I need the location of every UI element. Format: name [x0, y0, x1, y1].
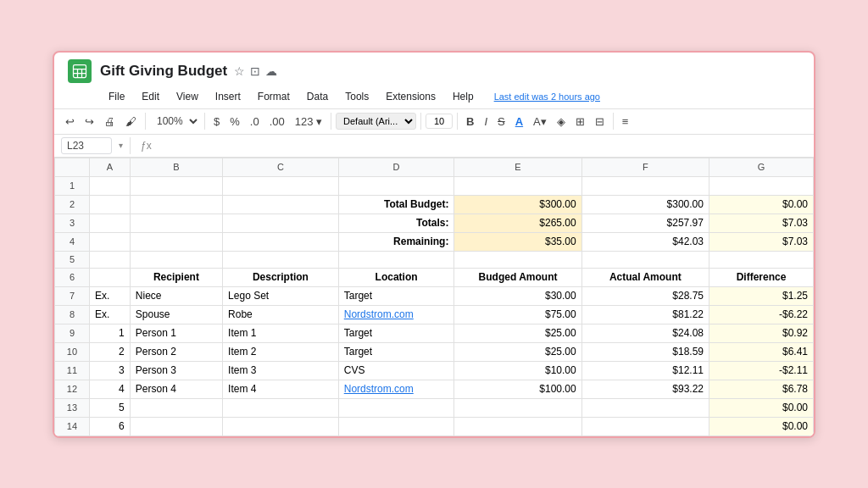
cell-b2[interactable] — [130, 195, 222, 214]
cell-c7[interactable]: Lego Set — [223, 286, 339, 305]
bold-button[interactable]: B — [462, 113, 478, 130]
font-size-input[interactable] — [426, 114, 453, 129]
col-header-b[interactable]: B — [130, 158, 222, 176]
cell-a12[interactable]: 4 — [89, 380, 130, 398]
menu-help[interactable]: Help — [446, 88, 481, 105]
cell-g3[interactable]: $7.03 — [709, 214, 813, 232]
cell-f14[interactable] — [581, 417, 709, 435]
fill-color-button[interactable]: ◈ — [553, 113, 570, 130]
star-icon[interactable]: ☆ — [234, 64, 245, 78]
last-edit-label[interactable]: Last edit was 2 hours ago — [494, 92, 600, 102]
col-header-e[interactable]: E — [454, 158, 581, 176]
cell-c14[interactable] — [223, 417, 339, 435]
cell-f9[interactable]: $24.08 — [581, 324, 709, 342]
cell-c2[interactable] — [223, 195, 339, 214]
cell-e1[interactable] — [454, 176, 581, 195]
cell-e7[interactable]: $30.00 — [454, 286, 581, 305]
borders-button[interactable]: ⊞ — [571, 113, 589, 130]
cell-b1[interactable] — [130, 176, 222, 195]
text-color-button[interactable]: A▾ — [529, 113, 551, 130]
cell-d7[interactable]: Target — [338, 286, 454, 305]
cell-f1[interactable] — [581, 176, 709, 195]
cell-d10[interactable]: Target — [338, 342, 454, 361]
menu-insert[interactable]: Insert — [209, 88, 248, 105]
decimal0-button[interactable]: .0 — [246, 113, 264, 130]
zoom-select[interactable]: 100% — [150, 113, 200, 130]
cell-e12[interactable]: $100.00 — [454, 380, 581, 398]
percent-button[interactable]: % — [225, 113, 244, 130]
document-title[interactable]: Gift Giving Budget — [100, 63, 227, 80]
cell-d13[interactable] — [338, 398, 454, 417]
cell-c1[interactable] — [223, 176, 339, 195]
cell-g6[interactable]: Difference — [709, 268, 813, 286]
underline-button[interactable]: A — [511, 113, 527, 130]
col-header-f[interactable]: F — [581, 158, 709, 176]
col-header-g[interactable]: G — [709, 158, 813, 176]
menu-edit[interactable]: Edit — [135, 88, 166, 105]
cell-d4[interactable]: Remaining: — [338, 232, 454, 251]
cell-a7[interactable]: Ex. — [89, 286, 130, 305]
cell-d1[interactable] — [338, 176, 454, 195]
col-header-c[interactable]: C — [223, 158, 339, 176]
cell-g11[interactable]: -$2.11 — [709, 361, 813, 380]
cell-e4[interactable]: $35.00 — [454, 232, 581, 251]
italic-button[interactable]: I — [480, 113, 492, 130]
align-button[interactable]: ≡ — [618, 113, 633, 130]
cell-a2[interactable] — [89, 195, 130, 214]
strikethrough-button[interactable]: S — [493, 113, 509, 130]
cell-e3[interactable]: $265.00 — [454, 214, 581, 232]
cell-f4[interactable]: $42.03 — [581, 232, 709, 251]
cell-a1[interactable] — [89, 176, 130, 195]
cell-a11[interactable]: 3 — [89, 361, 130, 380]
cell-b13[interactable] — [130, 398, 222, 417]
cell-g7[interactable]: $1.25 — [709, 286, 813, 305]
undo-button[interactable]: ↩ — [61, 113, 79, 130]
cell-e9[interactable]: $25.00 — [454, 324, 581, 342]
cell-e13[interactable] — [454, 398, 581, 417]
cell-f5[interactable] — [581, 251, 709, 268]
cell-f10[interactable]: $18.59 — [581, 342, 709, 361]
cell-g9[interactable]: $0.92 — [709, 324, 813, 342]
cell-b3[interactable] — [130, 214, 222, 232]
cell-c8[interactable]: Robe — [223, 305, 339, 324]
cell-b12[interactable]: Person 4 — [130, 380, 222, 398]
cell-b7[interactable]: Niece — [130, 286, 222, 305]
decimal2-button[interactable]: .00 — [265, 113, 289, 130]
cell-g8[interactable]: -$6.22 — [709, 305, 813, 324]
cell-d11[interactable]: CVS — [338, 361, 454, 380]
cell-a14[interactable]: 6 — [89, 417, 130, 435]
col-header-d[interactable]: D — [338, 158, 454, 176]
cell-g10[interactable]: $6.41 — [709, 342, 813, 361]
cell-g4[interactable]: $7.03 — [709, 232, 813, 251]
cell-f6[interactable]: Actual Amount — [581, 268, 709, 286]
cell-a8[interactable]: Ex. — [89, 305, 130, 324]
cell-g12[interactable]: $6.78 — [709, 380, 813, 398]
cell-b6[interactable]: Recipient — [130, 268, 222, 286]
cell-b10[interactable]: Person 2 — [130, 342, 222, 361]
cell-g14[interactable]: $0.00 — [709, 417, 813, 435]
cell-g2[interactable]: $0.00 — [709, 195, 813, 214]
cell-f2[interactable]: $300.00 — [581, 195, 709, 214]
cell-a5[interactable] — [89, 251, 130, 268]
folder-icon[interactable]: ⊡ — [250, 64, 260, 78]
menu-view[interactable]: View — [170, 88, 205, 105]
merge-button[interactable]: ⊟ — [591, 113, 609, 130]
font-select[interactable]: Default (Ari... — [336, 113, 416, 130]
paint-format-button[interactable]: 🖌 — [121, 113, 141, 130]
cell-f13[interactable] — [581, 398, 709, 417]
cell-a3[interactable] — [89, 214, 130, 232]
cell-e10[interactable]: $25.00 — [454, 342, 581, 361]
redo-button[interactable]: ↪ — [81, 113, 98, 130]
cell-d8[interactable]: Nordstrom.com — [338, 305, 454, 324]
cell-e2[interactable]: $300.00 — [454, 195, 581, 214]
cell-b5[interactable] — [130, 251, 222, 268]
menu-extensions[interactable]: Extensions — [379, 88, 442, 105]
cell-f11[interactable]: $12.11 — [581, 361, 709, 380]
cell-c4[interactable] — [223, 232, 339, 251]
formula-input[interactable] — [162, 138, 807, 153]
cell-a9[interactable]: 1 — [89, 324, 130, 342]
cell-d5[interactable] — [338, 251, 454, 268]
col-header-a[interactable]: A — [89, 158, 130, 176]
cell-c5[interactable] — [223, 251, 339, 268]
cell-d3[interactable]: Totals: — [338, 214, 454, 232]
